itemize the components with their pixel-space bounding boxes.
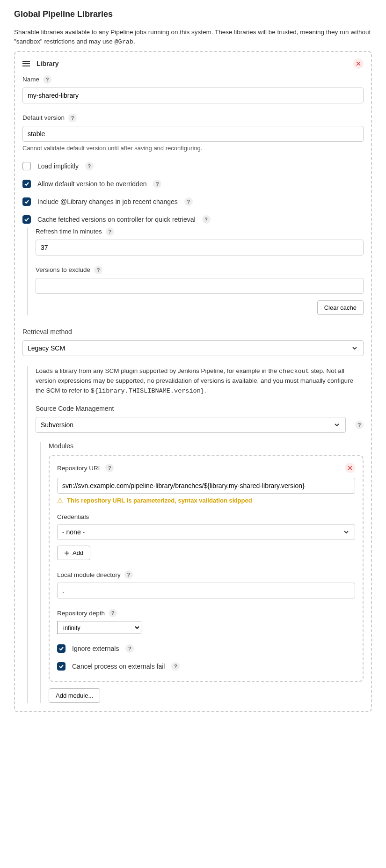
name-label: Name xyxy=(22,76,39,83)
remove-module-button[interactable] xyxy=(345,463,355,473)
close-icon xyxy=(348,466,352,470)
repo-url-label: Repository URL xyxy=(57,465,102,472)
versions-exclude-label: Versions to exclude xyxy=(36,266,90,273)
help-icon[interactable]: ? xyxy=(68,114,77,122)
default-version-input[interactable] xyxy=(22,126,364,142)
help-icon[interactable]: ? xyxy=(124,570,133,579)
help-icon[interactable]: ? xyxy=(85,162,94,170)
load-implicitly-label: Load implicitly xyxy=(37,162,79,170)
ignore-externals-checkbox[interactable] xyxy=(57,644,66,653)
retrieval-description: Loads a library from any SCM plugin supp… xyxy=(36,366,364,397)
help-icon[interactable]: ? xyxy=(202,215,211,224)
close-icon xyxy=(356,61,361,66)
repo-url-input[interactable] xyxy=(57,478,355,494)
allow-override-checkbox[interactable] xyxy=(22,180,31,188)
help-icon[interactable]: ? xyxy=(109,609,117,617)
help-icon[interactable]: ? xyxy=(94,266,102,274)
retrieval-method-label: Retrieval method xyxy=(22,328,364,336)
depth-label: Repository depth xyxy=(57,610,105,617)
default-version-hint: Cannot validate default version until af… xyxy=(22,145,364,152)
help-icon[interactable]: ? xyxy=(184,197,193,206)
local-dir-label: Local module directory xyxy=(57,571,121,578)
help-icon[interactable]: ? xyxy=(153,180,161,188)
help-icon[interactable]: ? xyxy=(355,421,364,429)
library-header: Library xyxy=(36,60,58,67)
add-credentials-button[interactable]: Add xyxy=(57,546,90,560)
load-implicitly-checkbox[interactable] xyxy=(22,162,31,170)
drag-handle-icon[interactable] xyxy=(22,61,30,66)
help-icon[interactable]: ? xyxy=(106,227,114,236)
cache-label: Cache fetched versions on controller for… xyxy=(37,216,196,223)
library-container: Library Name ? Default version ? Cannot … xyxy=(14,51,372,713)
retrieval-method-select[interactable]: Legacy SCM xyxy=(22,340,364,356)
default-version-label: Default version xyxy=(22,114,65,121)
scm-select[interactable]: Subversion xyxy=(36,417,346,433)
warning-icon: ⚠ xyxy=(57,496,63,504)
allow-override-label: Allow default version to be overridden xyxy=(37,180,146,188)
clear-cache-button[interactable]: Clear cache xyxy=(317,300,364,315)
credentials-label: Credentials xyxy=(57,513,89,520)
page-title: Global Pipeline Libraries xyxy=(14,9,372,19)
cancel-externals-label: Cancel process on externals fail xyxy=(72,663,165,670)
include-changes-label: Include @Library changes in job recent c… xyxy=(37,198,178,205)
ignore-externals-label: Ignore externals xyxy=(72,645,119,652)
include-changes-checkbox[interactable] xyxy=(22,197,31,206)
modules-title: Modules xyxy=(49,442,364,450)
cancel-externals-checkbox[interactable] xyxy=(57,662,66,671)
help-icon[interactable]: ? xyxy=(105,464,114,472)
refresh-input[interactable] xyxy=(36,240,364,255)
help-icon[interactable]: ? xyxy=(171,662,180,671)
credentials-select[interactable]: - none - xyxy=(57,524,355,540)
cache-checkbox[interactable] xyxy=(22,215,31,224)
module-container: Repository URL ? ⚠ This repository URL i… xyxy=(49,455,364,682)
add-module-button[interactable]: Add module... xyxy=(49,688,100,703)
help-icon[interactable]: ? xyxy=(43,75,51,84)
versions-exclude-input[interactable] xyxy=(36,278,364,294)
refresh-label: Refresh time in minutes xyxy=(36,228,102,235)
plus-icon xyxy=(64,550,70,556)
depth-select[interactable]: infinity xyxy=(57,621,141,634)
scm-label: Source Code Management xyxy=(36,405,364,412)
remove-library-button[interactable] xyxy=(353,58,364,69)
page-intro: Sharable libraries available to any Pipe… xyxy=(14,28,372,47)
repo-url-warning: This repository URL is parameterized, sy… xyxy=(67,497,252,504)
help-icon[interactable]: ? xyxy=(125,644,134,653)
name-input[interactable] xyxy=(22,88,364,103)
local-dir-input[interactable] xyxy=(57,583,355,598)
